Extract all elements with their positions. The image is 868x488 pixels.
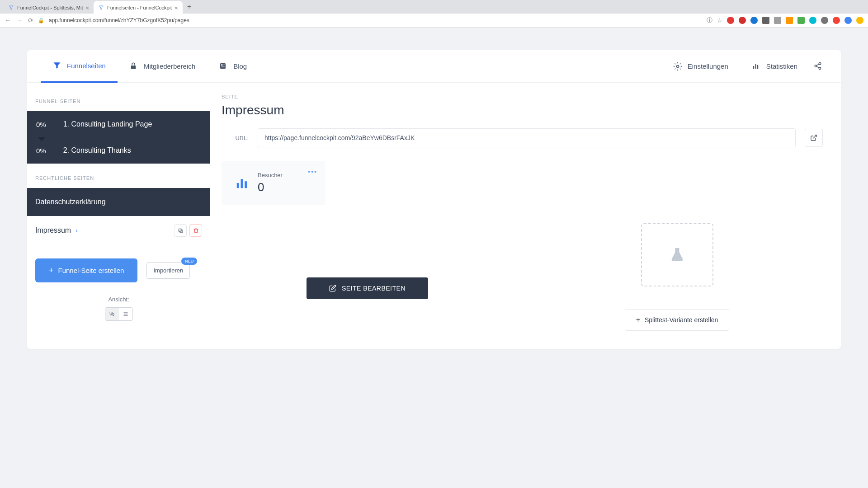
nav-label: Mitgliederbereich [144, 62, 195, 70]
page-label: Datenschutzerklärung [35, 198, 106, 206]
flask-icon [669, 247, 685, 263]
ext-icon[interactable] [739, 17, 746, 24]
svg-line-12 [816, 64, 819, 65]
svg-point-9 [819, 62, 821, 65]
funnel-page-item[interactable]: 0% 1. Consulting Landing Page [27, 111, 210, 137]
gear-icon [673, 62, 682, 71]
ext-icon[interactable] [750, 17, 758, 24]
nav-einstellungen[interactable]: Einstellungen [661, 50, 740, 83]
chevron-right-icon: › [75, 227, 78, 234]
ext-icon[interactable] [774, 17, 781, 24]
section-label: FUNNEL-SEITEN [27, 94, 210, 111]
visitor-stat-card: Besucher 0 ••• [222, 161, 326, 205]
top-nav: Funnelseiten Mitgliederbereich Blog Eins… [27, 50, 841, 83]
stat-label: Besucher [258, 172, 283, 178]
funnel-icon [52, 61, 61, 70]
forward-button[interactable]: → [16, 17, 23, 24]
share-icon [814, 62, 823, 71]
view-percent-button[interactable]: % [105, 308, 119, 320]
tab-title: FunnelCockpit - Splittests, Mit [17, 5, 83, 10]
ext-icon[interactable] [809, 17, 816, 24]
tab-bar: FunnelCockpit - Splittests, Mit × Funnel… [0, 0, 868, 14]
url-text[interactable]: app.funnelcockpit.com/funnel/zhYZY7bGzgo… [49, 17, 702, 23]
funnel-icon [8, 5, 14, 11]
section-label: RECHTLICHE SEITEN [27, 164, 210, 188]
more-icon[interactable]: ••• [308, 168, 317, 175]
plus-icon: + [636, 316, 640, 324]
ext-icon[interactable] [762, 17, 769, 24]
svg-rect-0 [131, 66, 136, 69]
new-badge: NEU [181, 258, 197, 265]
copy-button[interactable] [174, 224, 187, 237]
button-label: Funnel-Seite erstellen [58, 267, 124, 274]
view-list-button[interactable] [119, 308, 132, 320]
chart-icon [752, 62, 761, 71]
open-url-button[interactable] [805, 129, 823, 147]
nav-blog[interactable]: Blog [207, 50, 259, 83]
browser-tab[interactable]: Funnelseiten - FunnelCockpit × [94, 1, 183, 14]
svg-rect-20 [237, 183, 239, 188]
funnel-icon [98, 5, 104, 11]
nav-label: Funnelseiten [67, 62, 106, 70]
svg-rect-2 [221, 64, 222, 66]
extension-icons: ⓘ ☆ [707, 16, 863, 24]
lock-icon: 🔒 [38, 18, 44, 23]
bars-icon [235, 176, 249, 190]
close-icon[interactable]: × [175, 5, 178, 11]
tab-title: Funnelseiten - FunnelCockpit [107, 5, 172, 10]
edit-icon [329, 285, 336, 292]
svg-line-13 [816, 66, 819, 68]
url-input[interactable] [258, 128, 796, 147]
back-button[interactable]: ← [5, 17, 11, 24]
percentage: 0% [36, 121, 46, 128]
nav-label: Statistiken [766, 62, 797, 70]
edit-page-button[interactable]: SEITE BEARBEITEN [307, 277, 428, 299]
view-label: Ansicht: [27, 296, 210, 303]
stat-value: 0 [258, 180, 283, 194]
ext-icon[interactable] [727, 17, 734, 24]
view-toggle: % [105, 307, 133, 321]
ext-icon[interactable] [786, 17, 793, 24]
svg-rect-1 [220, 63, 226, 69]
nav-funnelseiten[interactable]: Funnelseiten [41, 50, 118, 83]
ext-icon[interactable] [856, 17, 863, 24]
nav-share[interactable] [809, 50, 827, 83]
svg-point-5 [676, 65, 679, 67]
button-label: Importieren [153, 267, 183, 274]
page-thumbnail[interactable] [641, 223, 713, 286]
legal-page-item-selected[interactable]: Impressum › [27, 216, 210, 245]
sidebar: FUNNEL-SEITEN 0% 1. Consulting Landing P… [27, 83, 210, 349]
svg-rect-4 [221, 66, 225, 67]
new-tab-button[interactable]: + [183, 3, 196, 11]
svg-rect-17 [123, 314, 127, 314]
svg-rect-18 [123, 315, 127, 316]
reload-button[interactable]: ⟳ [28, 17, 33, 24]
ext-icon[interactable] [833, 17, 840, 24]
svg-rect-21 [241, 179, 243, 188]
funnel-page-item[interactable]: 0% 2. Consulting Thanks [27, 137, 210, 164]
page-label: 1. Consulting Landing Page [63, 120, 152, 128]
ext-icon[interactable] [821, 17, 828, 24]
close-icon[interactable]: × [86, 5, 90, 11]
svg-rect-3 [223, 65, 225, 65]
delete-button[interactable] [189, 224, 202, 237]
ext-icon[interactable] [844, 17, 852, 24]
app-card: Funnelseiten Mitgliederbereich Blog Eins… [27, 50, 841, 349]
svg-rect-8 [757, 65, 758, 68]
browser-tab[interactable]: FunnelCockpit - Splittests, Mit × [4, 1, 94, 14]
browser-chrome: FunnelCockpit - Splittests, Mit × Funnel… [0, 0, 868, 28]
plus-icon: + [49, 266, 54, 275]
ext-icon[interactable] [797, 17, 805, 24]
nav-mitgliederbereich[interactable]: Mitgliederbereich [118, 50, 207, 83]
nav-statistiken[interactable]: Statistiken [740, 50, 809, 83]
svg-rect-7 [755, 64, 756, 69]
button-label: SEITE BEARBEITEN [342, 285, 406, 292]
legal-page-item[interactable]: Datenschutzerklärung [27, 188, 210, 216]
svg-rect-6 [753, 66, 754, 69]
svg-rect-16 [123, 313, 127, 313]
split-test-button[interactable]: + Splittest-Variante erstellen [625, 309, 730, 331]
star-icon[interactable]: ☆ [717, 17, 722, 24]
info-icon[interactable]: ⓘ [707, 16, 712, 24]
create-page-button[interactable]: + Funnel-Seite erstellen [35, 258, 137, 282]
button-label: Splittest-Variante erstellen [645, 316, 718, 324]
